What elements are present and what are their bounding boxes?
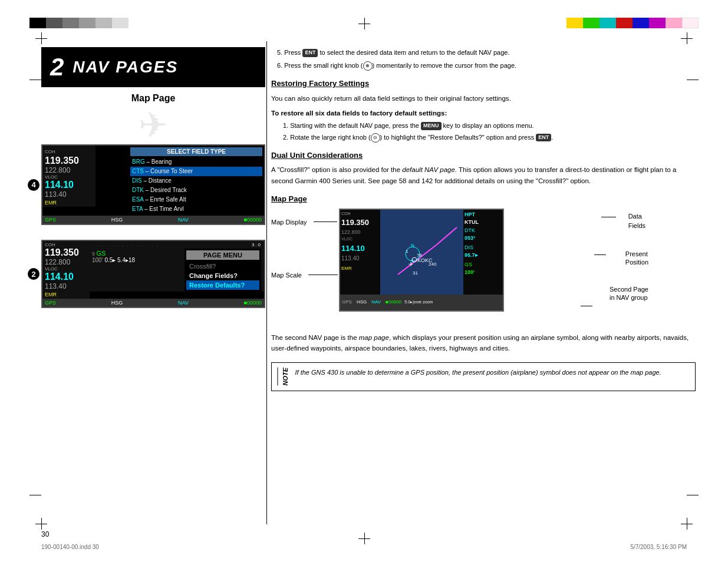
crosshair-tr [681, 32, 693, 44]
nav-main-top: 114.10 [45, 180, 93, 190]
field-cts: CTS – Course To Steer [130, 167, 262, 176]
map-callout-area: Map Display Map Scale COH 119.350 122.80… [271, 209, 648, 326]
arrow-present-position [594, 254, 606, 255]
step-5: 5. Press ENT to select the desired data … [271, 47, 696, 58]
callout-map-display: Map Display [271, 217, 307, 227]
field-brg: BRG – Bearing [130, 157, 262, 167]
right-panel: 5. Press ENT to select the desired data … [271, 47, 696, 391]
dots-row: . . . . . . . . . . . . . . 3.0 [90, 241, 264, 249]
hmark-left-1 [29, 80, 41, 80]
map-svg: N S 1 78 KOKC ✈ 31 240 [380, 210, 466, 297]
gps-bottom-bar-bot: GPS HSG NAV ■00000 [42, 299, 264, 307]
callout-second-page: Second Pagein NAV group [610, 285, 648, 302]
svg-line-1 [436, 227, 457, 245]
knob-icon-2: ⊙ [371, 133, 380, 143]
select-field-title: SELECT FIELD TYPE [130, 147, 262, 156]
freq-main-top: 119.350 [45, 156, 93, 166]
map-description: The second NAV page is the map page, whi… [271, 332, 696, 354]
crosshair-tl [35, 32, 47, 44]
freq-sub-bot: 122.800 [45, 258, 87, 266]
section-heading-dual: Dual Unit Considerations [271, 150, 696, 161]
nav-sub-top: 113.40 [45, 190, 93, 199]
page-menu-title: PAGE MENU [186, 250, 259, 260]
gps-map-screen: COH 119.350 122.800 VLOC 114.10 113.40 E… [339, 209, 504, 312]
page-number: 30 [41, 530, 49, 538]
nav-number: 2 [50, 53, 64, 81]
gps-label-top: GPS [45, 217, 56, 223]
note-label: NOTE [278, 368, 291, 386]
hmark-right-2 [687, 495, 699, 495]
nav-title: NAV PAGES [73, 58, 178, 77]
svg-text:31: 31 [413, 270, 418, 276]
field-esa: ESA – Enrte Safe Alt [130, 195, 262, 204]
gps-left-col-top: COH 119.350 122.800 VLOC 114.10 113.40 E… [42, 146, 95, 207]
emr-bot: EMR [45, 292, 87, 297]
vloc-bot: VLOC [45, 266, 87, 272]
note-text: If the GNS 430 is unable to determine a … [295, 368, 661, 378]
menu-key-1: MENU [421, 122, 442, 130]
select-field-panel: SELECT FIELD TYPE BRG – Bearing CTS – Co… [129, 146, 264, 216]
field-dtk: DTK – Desired Track [130, 186, 262, 195]
screen-label-2: 2 [28, 268, 39, 280]
dual-body: A "Crossfill?" option is also provided f… [271, 164, 696, 186]
callout-map-scale: Map Scale [271, 270, 302, 280]
callout-present-position: PresentPosition [625, 250, 648, 267]
freq-sub-top: 122.800 [45, 166, 93, 174]
arrow-data-fields [601, 217, 616, 217]
map-left-col: COH 119.350 122.800 VLOC 114.10 113.40 E… [340, 210, 380, 297]
knob-icon-6: ⊕ [363, 61, 373, 71]
menu-change-fields: Change Fields? [186, 271, 259, 280]
page-divider [266, 41, 267, 524]
field-eta: ETA – Est Time Arvl [130, 204, 262, 214]
hmark-left-2 [29, 495, 41, 495]
airplane-graphic: ✈ [41, 110, 265, 141]
crosshair-bl [35, 518, 47, 530]
nav-subtitle: Map Page [41, 90, 265, 107]
step-6: 6. Press the small right knob (⊕) moment… [271, 60, 696, 71]
crosshair-br [681, 518, 693, 530]
arrow-second-page [581, 306, 592, 306]
page-menu-panel: PAGE MENU Crossfill? Change Fields? Rest… [185, 249, 261, 292]
section-heading-map: Map Page [271, 193, 696, 205]
bottom-right-area: . . . . . . . . . . . . . . 3.0 PAGE MEN… [90, 241, 264, 292]
freq-main-bot: 119.350 [45, 247, 87, 258]
gps-left-col-bottom: COH 119.350 122.800 VLOC 114.10 113.40 E… [42, 241, 90, 299]
registration-marks-left [29, 18, 129, 28]
ent-key-5: ENT [302, 49, 318, 57]
nav-main-bot: 114.10 [45, 272, 87, 282]
section-heading-restore: Restoring Factory Settings [271, 78, 696, 90]
svg-text:N: N [411, 243, 414, 248]
footer-right: 5/7/2003, 5:16:30 PM [630, 544, 687, 550]
restore-step-1: 1. Starting with the default NAV page, p… [283, 121, 696, 131]
nav-sub-bot: 113.40 [45, 282, 87, 290]
map-right-col: HPT KTUL DTK 053° DIS 95.7▸ GS 100' [463, 210, 503, 297]
registration-marks-right [566, 18, 699, 28]
gps-screen-top: 4 COH 119.350 122.800 VLOC 114.10 113.40… [41, 144, 265, 225]
vloc-top: VLOC [45, 174, 93, 180]
crosshair-bottom-center [358, 533, 370, 544]
left-panel: 2 NAV PAGES Map Page ✈ 4 COH 119.350 122… [41, 47, 265, 308]
restore-body: You can also quickly return all data fie… [271, 93, 696, 104]
svg-text:✈: ✈ [409, 261, 413, 267]
crosshair-top-center [358, 18, 370, 29]
menu-crossfill: Crossfill? [186, 262, 259, 271]
map-bottom-bar: GPS HSG NAV ■00000 5.0▸|over zoom [340, 295, 503, 310]
gps-hsg: HSG [111, 217, 123, 223]
screen-label-4: 4 [28, 179, 39, 191]
gps-screen-bottom: 2 COH 119.350 122.800 VLOC 114.10 113.40… [41, 240, 265, 308]
arrow-map-display [314, 222, 337, 222]
arrow-map-scale [308, 275, 338, 275]
note-box: NOTE If the GNS 430 is unable to determi… [271, 362, 696, 391]
ent-key-2: ENT [536, 134, 551, 142]
gps-signal: ■00000 [244, 217, 262, 223]
field-dis: DIS – Distance [130, 176, 262, 186]
gps-nav-bar: NAV [178, 217, 189, 223]
emr-top: EMR [45, 200, 93, 206]
nav-header: 2 NAV PAGES [41, 47, 265, 87]
svg-text:1: 1 [406, 249, 409, 254]
footer-left: 190-00140-00.indd 30 [41, 544, 99, 550]
restore-bold-instruction: To restore all six data fields to factor… [271, 108, 696, 118]
svg-text:240: 240 [429, 262, 437, 267]
restore-step-2: 2. Rotate the large right knob (⊙) to hi… [283, 133, 696, 143]
gps-bottom-bar-top: GPS HSG NAV ■00000 [42, 216, 264, 224]
